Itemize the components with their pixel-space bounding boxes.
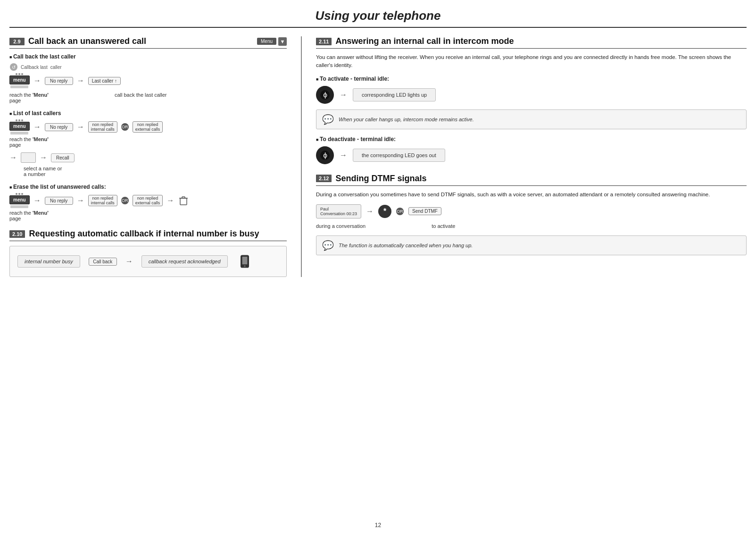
no-reply-screen-3: No reply — [45, 197, 73, 205]
section-2-12-num: 2.12 — [316, 175, 332, 182]
bluetooth-icon-2: ϕ — [316, 146, 334, 164]
section-2-9-title: Call back an unanswered call — [28, 36, 146, 46]
dtmf-screen-conv: Conversation 00:23 — [320, 211, 357, 216]
dtmf-desc-during: during a conversation — [316, 223, 366, 229]
section-2-10-header: 2.10 Requesting automatic callback if in… — [9, 229, 287, 241]
led-goes-out-box: the corresponding LED goes out — [353, 149, 445, 162]
list-callers-label: List of last callers — [9, 110, 287, 117]
svg-rect-2 — [180, 198, 187, 205]
section-2-11-body: You can answer without lifting the recei… — [316, 53, 747, 70]
section-2-10-num: 2.10 — [9, 230, 25, 238]
svg-rect-8 — [242, 257, 247, 264]
svg-text:ϕ: ϕ — [323, 91, 327, 99]
activate-arrow: → — [340, 91, 347, 99]
subsection-erase-list: Erase the list of unanswered calls: menu… — [9, 184, 287, 221]
callback-acknowledged-state: callback request acknowledged — [141, 255, 228, 268]
section-2-9-toolbar: Menu ▼ — [257, 37, 287, 46]
blank-rect-1 — [21, 152, 36, 163]
deactivate-label: To deactivate - terminal idle: — [316, 136, 747, 143]
desc-select-name: select a name ora number — [24, 166, 287, 177]
non-replied-external-2: non repliedexternal calls — [133, 195, 163, 206]
menu-btn-wrap-2: menu — [9, 119, 30, 134]
subsection-last-caller: Call back the last caller ↺ Callback las… — [9, 53, 287, 103]
section-2-10-title: Requesting automatic callback if interna… — [29, 229, 259, 239]
no-reply-screen-2: No reply — [45, 123, 73, 131]
last-caller-flow: menu → No reply → Last caller ↑ — [9, 73, 287, 88]
intercom-note-text: When your caller hangs up, intercom mode… — [339, 117, 474, 122]
svg-point-9 — [244, 265, 246, 267]
dtmf-note-text: The function is automatically cancelled … — [339, 243, 473, 248]
section-2-12-title: Sending DTMF signals — [335, 174, 426, 184]
menu-btn-2[interactable]: menu — [9, 122, 30, 131]
non-replied-external: non repliedexternal calls — [133, 121, 163, 133]
right-column: 2.11 Answering an internal call in inter… — [302, 36, 747, 277]
recall-screen: Recall — [51, 153, 75, 162]
left-column: 2.9 Call back an unanswered call Menu ▼ … — [9, 36, 302, 277]
flow-arrow-5: → — [9, 153, 17, 162]
menu-btn[interactable]: menu — [9, 76, 30, 84]
callback-flow-box: internal number busy Call back → callbac… — [9, 246, 287, 277]
flow-arrow-3: → — [33, 123, 41, 131]
dtmf-screen-name: Paul — [320, 207, 357, 211]
subsection-list-callers: List of last callers menu → No reply → n… — [9, 110, 287, 177]
trash-icon — [178, 195, 189, 206]
erase-list-label: Erase the list of unanswered calls: — [9, 184, 287, 190]
flow-arrow-2: → — [77, 76, 84, 85]
section-2-9-header: 2.9 Call back an unanswered call Menu ▼ — [9, 36, 287, 49]
desc-call-back: call back the last caller — [115, 92, 167, 103]
section-2-11-num: 2.11 — [316, 38, 332, 45]
menu-btn-wrap: menu — [9, 73, 30, 88]
last-caller-desc: reach the 'Menu'page call back the last … — [9, 90, 287, 103]
send-dtmf-screen: Send DTMF — [408, 207, 441, 215]
flow-arrow-1: → — [33, 76, 41, 85]
menu-btn-wrap-3: menu — [9, 193, 30, 208]
dtmf-desc-activate: to activate — [432, 223, 455, 229]
led-lights-up-box: corresponding LED lights up — [353, 88, 436, 101]
non-replied-internal: non repliedinternal calls — [88, 121, 117, 133]
intercom-note-box: 💬 When your caller hangs up, intercom mo… — [316, 109, 747, 129]
section-2-12-header: 2.12 Sending DTMF signals — [316, 174, 747, 186]
or-badge-2: OR — [121, 197, 129, 204]
page-title: Using your telephone — [0, 0, 756, 27]
flow-arrow-4: → — [77, 123, 84, 131]
phone-icon — [236, 253, 253, 270]
section-2-10: 2.10 Requesting automatic callback if in… — [9, 229, 287, 277]
deactivate-led-flow: ϕ → the corresponding LED goes out — [316, 146, 747, 164]
svg-text:ϕ: ϕ — [323, 151, 327, 159]
call-back-screen: Call back — [89, 258, 117, 266]
dtmf-flow: Paul Conversation 00:23 → * OR Send DTMF — [316, 204, 747, 218]
flow-arrow-6: → — [40, 153, 47, 162]
dtmf-arrow-1: → — [366, 207, 374, 216]
non-replied-internal-2: non repliedinternal calls — [88, 195, 117, 206]
dtmf-desc: during a conversation to activate — [316, 221, 747, 229]
flow-arrow-8: → — [77, 196, 84, 205]
page-number: 12 — [375, 522, 381, 529]
or-badge-1: OR — [121, 123, 129, 131]
note-icon-1: 💬 — [322, 114, 334, 125]
dtmf-conv-screen: Paul Conversation 00:23 — [316, 204, 361, 218]
no-reply-screen-1: No reply — [45, 77, 73, 85]
star-button[interactable]: * — [378, 205, 391, 218]
menu-pill[interactable]: Menu — [257, 38, 276, 45]
section-2-11-header: 2.11 Answering an internal call in inter… — [316, 36, 747, 49]
callback-arrow: → — [125, 257, 133, 266]
flow-arrow-9: → — [166, 196, 174, 205]
activate-led-flow: ϕ → corresponding LED lights up — [316, 86, 747, 104]
erase-list-flow: menu → No reply → non repliedinternal ca… — [9, 193, 287, 208]
activate-label: To activate - terminal idle: — [316, 76, 747, 82]
desc-menu-page-2: reach the 'Menu'page — [9, 136, 287, 148]
section-2-12-body: During a conversation you sometimes have… — [316, 191, 747, 199]
list-callers-flow: menu → No reply → non repliedinternal ca… — [9, 119, 287, 134]
desc-menu-page-1: reach the 'Menu'page — [9, 92, 49, 103]
dtmf-note-box: 💬 The function is automatically cancelle… — [316, 235, 747, 255]
menu-btn-3[interactable]: menu — [9, 195, 30, 204]
down-arrow-btn[interactable]: ▼ — [278, 37, 287, 46]
last-caller-label: Call back the last caller — [9, 53, 287, 60]
section-2-9-num: 2.9 — [9, 38, 25, 45]
deactivate-arrow: → — [340, 151, 347, 159]
svg-text:↺: ↺ — [12, 65, 16, 70]
desc-menu-page-3: reach the 'Menu'page — [9, 210, 287, 221]
or-badge-3: OR — [396, 208, 404, 215]
flow-arrow-7: → — [33, 196, 41, 205]
recall-flow: → → Recall — [9, 152, 287, 163]
